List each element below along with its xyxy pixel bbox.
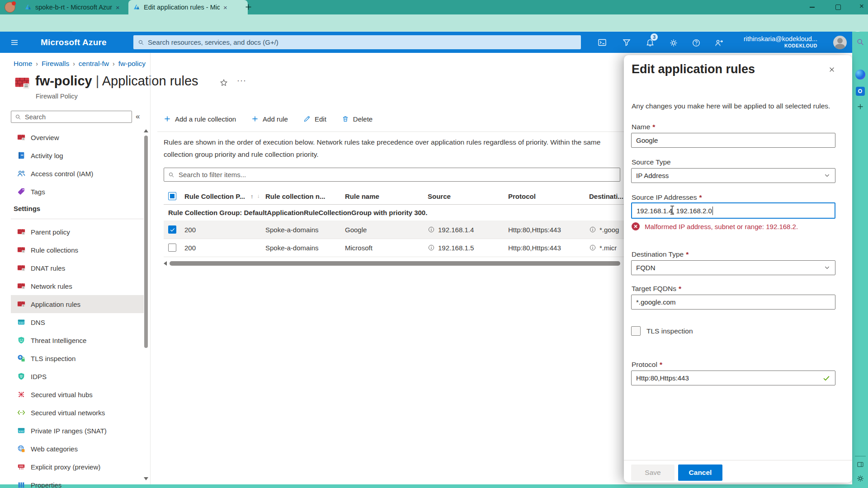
cell-rule-name: Google: [345, 226, 428, 234]
sidebar-scroll-down-arrow[interactable]: [144, 477, 148, 480]
azure-brand[interactable]: Microsoft Azure: [41, 38, 107, 47]
sidebar-item-dnat-rules[interactable]: DNAT rules: [11, 259, 144, 277]
column-rule-collection-priority[interactable]: Rule Collection P...↑↓: [184, 192, 265, 200]
notification-badge: 3: [651, 33, 658, 41]
table-horizontal-scrollbar[interactable]: [164, 261, 620, 266]
portal-menu-icon[interactable]: [10, 38, 19, 47]
column-rule-name[interactable]: Rule name: [345, 192, 428, 200]
source-type-select[interactable]: IP Address: [631, 168, 835, 183]
source-ip-field[interactable]: 192.168.1.4, 192.168.2.0: [631, 202, 835, 219]
tab-close-icon[interactable]: ×: [116, 4, 120, 11]
scroll-left-arrow[interactable]: [164, 261, 167, 266]
sidebar-item-threat-intelligence[interactable]: Threat Intelligence: [11, 331, 144, 349]
save-button[interactable]: Save: [631, 465, 675, 481]
sidebar-item-overview[interactable]: Overview: [11, 128, 144, 146]
breadcrumb-firewalls[interactable]: Firewalls: [42, 60, 69, 68]
panel-title: Edit application rules: [632, 62, 755, 76]
name-field[interactable]: Google: [631, 133, 835, 148]
breadcrumb-central-fw[interactable]: central-fw: [79, 60, 109, 68]
sidebar-item-private-ip-ranges[interactable]: Private IP ranges (SNAT): [11, 422, 144, 440]
sidebar-scrollbar-thumb[interactable]: [144, 136, 148, 348]
edge-settings-gear-icon[interactable]: [856, 474, 864, 483]
window-minimize-button[interactable]: [809, 4, 815, 10]
edge-search-icon[interactable]: [856, 38, 864, 46]
row-checkbox-checked[interactable]: [168, 225, 176, 234]
tab-title: Edit application rules - Microsoft: [144, 4, 220, 11]
account-info[interactable]: rithinskaria@kodekloud... KODEKLOUD: [737, 35, 817, 48]
firewall-icon: [17, 300, 25, 308]
browser-tab-edit-application-rules[interactable]: Edit application rules - Microsoft ×: [128, 0, 248, 14]
sidebar-item-explicit-proxy[interactable]: Explicit proxy (preview): [11, 458, 144, 476]
panel-close-icon[interactable]: [828, 66, 835, 73]
cloud-shell-icon[interactable]: [598, 38, 607, 47]
row-checkbox-unchecked[interactable]: [168, 244, 176, 252]
breadcrumb-fw-policy[interactable]: fw-policy: [118, 60, 146, 68]
sidebar-item-parent-policy[interactable]: Parent policy: [11, 223, 144, 241]
destination-type-select[interactable]: FQDN: [631, 260, 835, 275]
virtual-network-icon: [17, 408, 25, 417]
edge-add-icon[interactable]: [857, 103, 864, 110]
edit-application-rules-panel: Edit application rules Any changes you m…: [624, 55, 852, 483]
search-icon: [15, 114, 21, 120]
cancel-button[interactable]: Cancel: [678, 465, 722, 481]
protocol-field[interactable]: Http:80,Https:443: [631, 371, 835, 385]
breadcrumb-home[interactable]: Home: [14, 60, 32, 68]
sidebar-scroll-up-arrow[interactable]: [144, 129, 148, 132]
sidebar-item-tls-inspection[interactable]: TLS inspection: [11, 349, 144, 367]
column-rule-collection-name[interactable]: Rule collection n...: [265, 192, 345, 200]
tls-inspection-checkbox[interactable]: [631, 326, 641, 336]
select-all-checkbox[interactable]: [168, 192, 176, 200]
target-fqdns-field[interactable]: *.google.com: [631, 295, 835, 310]
edge-sidebar-divider: [855, 456, 866, 456]
sidebar-item-network-rules[interactable]: Network rules: [11, 277, 144, 295]
resource-type-label: Firewall Policy: [36, 93, 78, 100]
sidebar-item-secured-virtual-hubs[interactable]: Secured virtual hubs: [11, 385, 144, 404]
feedback-icon[interactable]: [714, 38, 723, 47]
trash-icon: [342, 115, 349, 122]
help-icon[interactable]: [692, 38, 701, 47]
ip-table-icon: [17, 427, 25, 435]
settings-gear-icon[interactable]: [669, 38, 678, 47]
edit-button[interactable]: Edit: [303, 115, 326, 123]
page-title: fw-policy | Application rules: [35, 74, 198, 89]
account-avatar[interactable]: [833, 36, 847, 49]
favorite-star-icon[interactable]: [220, 79, 228, 87]
directory-filter-icon[interactable]: [622, 38, 631, 47]
sidebar-item-secured-virtual-networks[interactable]: Secured virtual networks: [11, 404, 144, 422]
sidebar-collapse-button[interactable]: «: [136, 112, 140, 121]
window-restore-button[interactable]: [835, 4, 841, 10]
sidebar-item-activity-log[interactable]: Activity log: [11, 146, 144, 164]
edge-outlook-icon[interactable]: O: [856, 87, 865, 96]
add-rule-collection-button[interactable]: Add a rule collection: [164, 115, 236, 123]
edge-sidepanel-icon[interactable]: [857, 461, 864, 468]
column-source[interactable]: Source: [428, 192, 508, 200]
edge-copilot-icon[interactable]: [855, 70, 865, 80]
sidebar-search-input[interactable]: Search: [11, 111, 132, 123]
sidebar-item-application-rules[interactable]: Application rules: [11, 295, 144, 313]
global-search-input[interactable]: Search resources, services, and docs (G+…: [133, 35, 581, 49]
browser-profile-avatar[interactable]: [5, 2, 15, 13]
firewall-icon: [17, 264, 25, 272]
sidebar-item-idps[interactable]: IDPS: [11, 367, 144, 385]
sidebar-item-dns[interactable]: DNS: [11, 313, 144, 331]
filter-items-input[interactable]: Search to filter items...: [164, 168, 620, 182]
delete-button[interactable]: Delete: [342, 115, 373, 123]
cell-priority: 200: [184, 226, 265, 234]
horizontal-scrollbar-thumb[interactable]: [170, 261, 620, 266]
sidebar-item-tags[interactable]: Tags: [11, 183, 144, 201]
sidebar-item-rule-collections[interactable]: Rule collections: [11, 241, 144, 259]
browser-tab-spoke-b-rt[interactable]: spoke-b-rt - Microsoft Azure ×: [20, 0, 137, 14]
account-email: rithinskaria@kodekloud...: [737, 35, 817, 43]
add-rule-button[interactable]: Add rule: [251, 115, 288, 123]
column-protocol[interactable]: Protocol: [508, 192, 589, 200]
sidebar-item-properties[interactable]: Properties: [11, 476, 144, 488]
rules-toolbar: Add a rule collection Add rule Edit Dele…: [164, 111, 373, 127]
window-close-button[interactable]: ×: [859, 3, 865, 9]
sidebar-item-web-categories[interactable]: Web categories: [11, 440, 144, 458]
cell-source: 192.168.1.4: [428, 226, 508, 234]
tab-close-icon[interactable]: ×: [223, 4, 227, 11]
new-tab-button[interactable]: [245, 3, 252, 11]
sidebar-item-access-control[interactable]: Access control (IAM): [11, 164, 144, 183]
firewall-policy-icon: [14, 75, 31, 90]
more-options-icon[interactable]: ···: [237, 76, 246, 85]
